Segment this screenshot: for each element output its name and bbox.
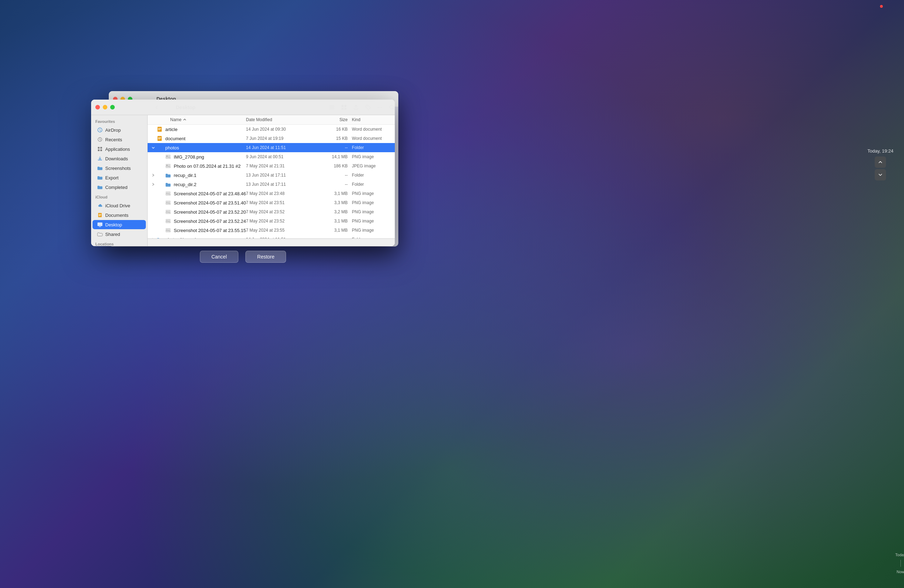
downloads-icon (97, 155, 103, 162)
file-row-recup1[interactable]: recup_dir.1 13 Jun 2024 at 17:11 -- Fold… (148, 171, 395, 180)
sidebar-item-icloud-drive[interactable]: iCloud Drive (93, 201, 146, 210)
file-row-photos-november[interactable]: photos November 14 Jun 2024 at 11:51 -- … (148, 235, 395, 239)
img2708-icon (164, 153, 172, 160)
shared-label: Shared (105, 232, 120, 237)
sidebar-item-desktop[interactable]: Desktop (93, 220, 146, 229)
recents-label: Recents (105, 137, 122, 142)
file-row-ss1[interactable]: Screenshot 2024-05-07 at 23.48.46 7 May … (148, 189, 395, 198)
document-size: 15 KB (317, 136, 352, 141)
minimize-button[interactable] (103, 105, 107, 109)
timeline-today: Today (895, 553, 904, 557)
file-row-photo-on[interactable]: Photo on 07.05.2024 at 21.31 #2 7 May 20… (148, 161, 395, 171)
recents-icon (97, 136, 103, 143)
sidebar-item-export[interactable]: Export (93, 173, 146, 182)
file-row-ss3[interactable]: Screenshot 2024-05-07 at 23.52.20 7 May … (148, 207, 395, 217)
article-name: article (165, 127, 246, 132)
sidebar-item-documents[interactable]: Documents (93, 210, 146, 220)
favourites-section-label: Favourites (91, 117, 147, 125)
file-row-ss4[interactable]: Screenshot 2024-05-07 at 23.52.24 7 May … (148, 217, 395, 226)
document-date: 7 Jun 2024 at 19:19 (246, 136, 317, 141)
file-row-recup2[interactable]: recup_dir.2 13 Jun 2024 at 17:11 -- Fold… (148, 180, 395, 189)
sidebar-item-completed[interactable]: Completed (93, 183, 146, 192)
ss4-name: Screenshot 2024-05-07 at 23.52.24 (174, 219, 246, 224)
ss3-icon (164, 209, 172, 215)
img2708-date: 9 Jun 2024 at 00:51 (246, 154, 317, 159)
timeline-now: Now (896, 570, 904, 574)
scroll-up-button[interactable] (875, 156, 886, 168)
documents-label: Documents (105, 213, 128, 218)
scroll-widget: Today, 19:24 (868, 148, 893, 180)
photo-on-icon (164, 163, 172, 169)
document-kind: Word document (352, 136, 395, 141)
ss5-icon (164, 227, 172, 234)
file-row-article[interactable]: article 14 Jun 2024 at 09:30 16 KB Word … (148, 125, 395, 134)
timeline: Today Now (897, 0, 904, 588)
recup2-icon (164, 181, 172, 188)
recup2-size: -- (317, 182, 352, 187)
ss4-icon (164, 218, 172, 224)
desktop-icon (97, 221, 103, 228)
photos-date: 14 Jun 2024 at 11:51 (246, 145, 317, 150)
img2708-kind: PNG image (352, 154, 395, 159)
sidebar-item-shared[interactable]: Shared (93, 229, 146, 239)
finder-window: Favourites AirDrop Recents (91, 100, 395, 246)
sidebar-item-applications[interactable]: Applications (93, 144, 146, 153)
svg-point-25 (167, 156, 168, 157)
column-headers: Name Date Modified Size Kind (148, 115, 395, 125)
file-row-ss2[interactable]: Screenshot 2024-05-07 at 23.51.40 7 May … (148, 198, 395, 207)
icloud-drive-label: iCloud Drive (105, 203, 130, 209)
scroll-down-button[interactable] (875, 169, 886, 180)
photos-folder-icon (156, 144, 163, 151)
sidebar: Favourites AirDrop Recents (91, 100, 148, 246)
ss5-kind: PNG image (352, 228, 395, 233)
locations-section-label: Locations (91, 239, 147, 246)
ss2-name: Screenshot 2024-05-07 at 23.51.40 (174, 200, 246, 205)
close-button[interactable] (95, 105, 100, 109)
recup2-expand[interactable] (150, 183, 156, 186)
main-content: Desktop (148, 100, 395, 246)
screenshots-label: Screenshots (105, 166, 131, 171)
recup1-expand[interactable] (150, 173, 156, 177)
col-date-header[interactable]: Date Modified (246, 117, 317, 122)
photos-expand[interactable] (150, 146, 156, 149)
documents-icon (97, 212, 103, 218)
scroll-timestamp: Today, 19:24 (868, 148, 893, 153)
file-row-photos[interactable]: photos 14 Jun 2024 at 11:51 -- Folder (148, 143, 395, 152)
article-kind: Word document (352, 127, 395, 132)
applications-icon (97, 146, 103, 152)
photo-on-date: 7 May 2024 at 21:31 (246, 163, 317, 168)
col-size-header[interactable]: Size (317, 117, 352, 122)
ss1-name: Screenshot 2024-05-07 at 23.48.46 (174, 191, 246, 196)
titlebar (91, 100, 395, 115)
file-row-document[interactable]: document 7 Jun 2024 at 19:19 15 KB Word … (148, 134, 395, 143)
ss3-size: 3,2 MB (317, 209, 352, 214)
col-name-header[interactable]: Name (170, 117, 246, 122)
airdrop-icon (97, 127, 103, 133)
shared-icon (97, 231, 103, 237)
article-icon (156, 126, 163, 133)
svg-rect-8 (98, 223, 103, 226)
sidebar-item-airdrop[interactable]: AirDrop (93, 125, 146, 134)
article-date: 14 Jun 2024 at 09:30 (246, 127, 317, 132)
red-dot-indicator (880, 5, 883, 8)
ss4-kind: PNG image (352, 219, 395, 224)
cancel-button[interactable]: Cancel (200, 251, 239, 263)
sidebar-item-screenshots[interactable]: Screenshots (93, 163, 146, 173)
icloud-section-label: iCloud (91, 192, 147, 201)
restore-button[interactable]: Restore (245, 251, 286, 263)
col-kind-header[interactable]: Kind (352, 117, 395, 122)
file-row-ss5[interactable]: Screenshot 2024-05-07 at 23.55.15 7 May … (148, 226, 395, 235)
export-folder-icon (97, 174, 103, 181)
recup2-kind: Folder (352, 182, 395, 187)
photo-on-size: 186 KB (317, 163, 352, 168)
ss1-icon (164, 190, 172, 197)
sidebar-item-downloads[interactable]: Downloads (93, 154, 146, 163)
sidebar-item-recents[interactable]: Recents (93, 135, 146, 144)
photos-size: -- (317, 145, 352, 150)
document-name: document (165, 136, 246, 141)
svg-rect-3 (100, 147, 102, 149)
maximize-button[interactable] (110, 105, 115, 109)
photos-nov-icon (156, 236, 163, 239)
file-row-img2708[interactable]: IMG_2708.png 9 Jun 2024 at 00:51 14,1 MB… (148, 152, 395, 161)
document-icon (156, 135, 163, 142)
